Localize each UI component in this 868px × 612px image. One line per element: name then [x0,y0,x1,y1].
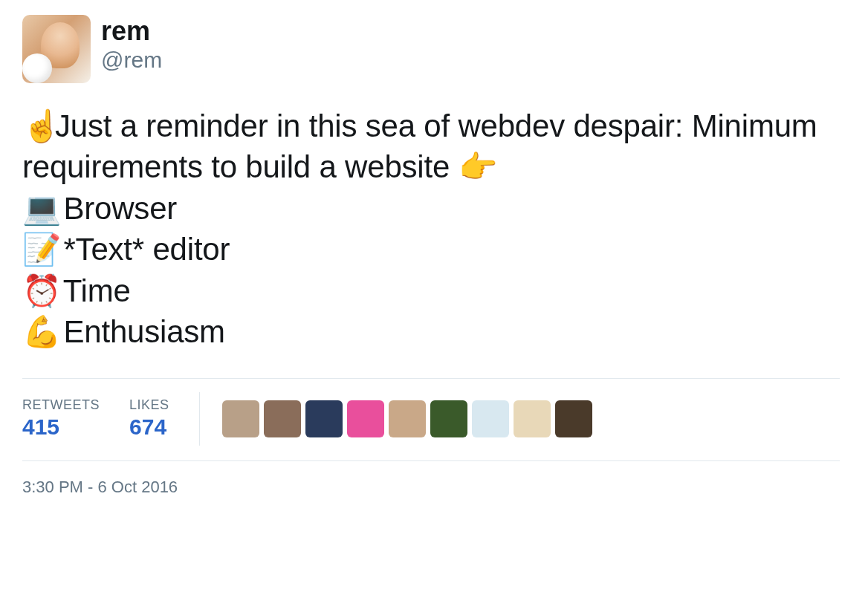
stats-divider [199,392,200,446]
author-names: rem @rem [101,15,162,73]
item-text-editor: *Text* editor [55,232,230,267]
tweet-header: rem @rem [22,15,840,83]
liker-avatars [222,400,592,437]
tweet-card: rem @rem ☝️Just a reminder in this sea o… [22,15,840,497]
liker-avatar[interactable] [305,400,343,437]
retweets-stat[interactable]: Retweets 415 [22,397,100,440]
likes-stat[interactable]: Likes 674 [129,397,169,440]
laptop-icon: 💻 [22,188,55,229]
likes-value: 674 [129,414,169,440]
liker-avatar[interactable] [347,400,384,437]
item-time: Time [55,273,131,308]
muscle-icon: 💪 [22,311,55,352]
liker-avatar[interactable] [472,400,509,437]
retweets-label: Retweets [22,397,100,413]
tweet-intro-text: Just a reminder in this sea of webdev de… [22,108,817,184]
liker-avatar[interactable] [514,400,551,437]
timestamp[interactable]: 3:30 PM - 6 Oct 2016 [22,478,840,497]
liker-avatar[interactable] [389,400,426,437]
liker-avatar[interactable] [222,400,259,437]
avatar[interactable] [22,15,91,83]
alarm-clock-icon: ⏰ [22,270,55,311]
stats-row: Retweets 415 Likes 674 [22,378,840,461]
retweets-value: 415 [22,414,100,440]
item-enthusiasm: Enthusiasm [55,314,225,349]
likes-label: Likes [129,397,169,413]
handle[interactable]: @rem [101,48,162,73]
memo-icon: 📝 [22,229,55,270]
liker-avatar[interactable] [555,400,592,437]
tweet-text: ☝️Just a reminder in this sea of webdev … [22,105,840,353]
item-browser: Browser [55,191,177,226]
display-name[interactable]: rem [101,16,162,46]
liker-avatar[interactable] [430,400,467,437]
liker-avatar[interactable] [264,400,301,437]
point-right-icon: 👉 [459,146,491,187]
point-up-icon: ☝️ [22,105,55,146]
